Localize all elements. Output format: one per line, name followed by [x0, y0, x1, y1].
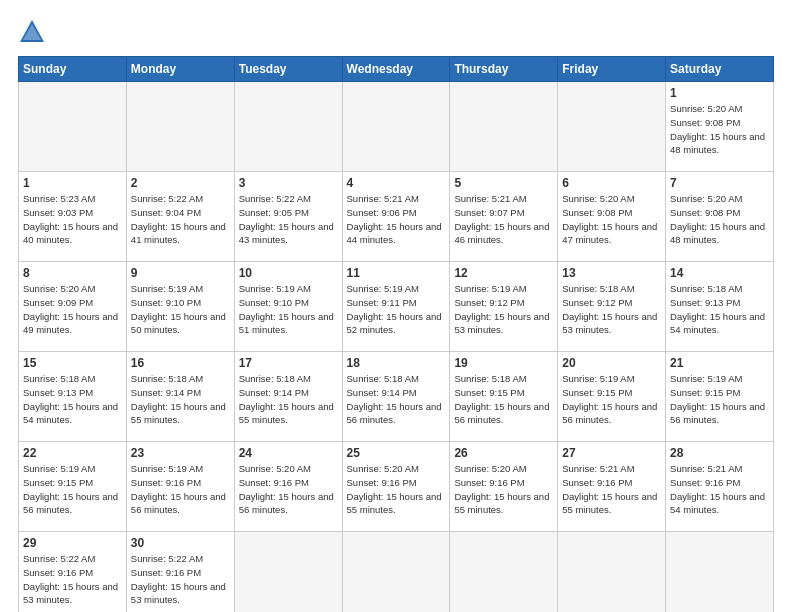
calendar-cell [666, 532, 774, 613]
day-info: Sunrise: 5:18 AMSunset: 9:15 PMDaylight:… [454, 372, 553, 427]
calendar-cell: 6Sunrise: 5:20 AMSunset: 9:08 PMDaylight… [558, 172, 666, 262]
calendar-cell: 11Sunrise: 5:19 AMSunset: 9:11 PMDayligh… [342, 262, 450, 352]
calendar-cell [126, 82, 234, 172]
calendar-cell [450, 82, 558, 172]
day-number: 22 [23, 446, 122, 460]
calendar-week-0: 1Sunrise: 5:20 AMSunset: 9:08 PMDaylight… [19, 82, 774, 172]
header [18, 18, 774, 46]
calendar-cell: 15Sunrise: 5:18 AMSunset: 9:13 PMDayligh… [19, 352, 127, 442]
calendar-cell: 21Sunrise: 5:19 AMSunset: 9:15 PMDayligh… [666, 352, 774, 442]
calendar-header-row: SundayMondayTuesdayWednesdayThursdayFrid… [19, 57, 774, 82]
day-number: 11 [347, 266, 446, 280]
calendar-cell: 23Sunrise: 5:19 AMSunset: 9:16 PMDayligh… [126, 442, 234, 532]
calendar-cell: 17Sunrise: 5:18 AMSunset: 9:14 PMDayligh… [234, 352, 342, 442]
day-number: 26 [454, 446, 553, 460]
day-info: Sunrise: 5:22 AMSunset: 9:16 PMDaylight:… [131, 552, 230, 607]
day-number: 8 [23, 266, 122, 280]
day-number: 9 [131, 266, 230, 280]
calendar-cell: 12Sunrise: 5:19 AMSunset: 9:12 PMDayligh… [450, 262, 558, 352]
day-info: Sunrise: 5:21 AMSunset: 9:07 PMDaylight:… [454, 192, 553, 247]
calendar-week-4: 22Sunrise: 5:19 AMSunset: 9:15 PMDayligh… [19, 442, 774, 532]
calendar-cell: 9Sunrise: 5:19 AMSunset: 9:10 PMDaylight… [126, 262, 234, 352]
calendar-cell [234, 532, 342, 613]
day-number: 14 [670, 266, 769, 280]
day-number: 1 [23, 176, 122, 190]
calendar-cell: 26Sunrise: 5:20 AMSunset: 9:16 PMDayligh… [450, 442, 558, 532]
calendar-cell: 24Sunrise: 5:20 AMSunset: 9:16 PMDayligh… [234, 442, 342, 532]
day-info: Sunrise: 5:18 AMSunset: 9:12 PMDaylight:… [562, 282, 661, 337]
day-info: Sunrise: 5:20 AMSunset: 9:16 PMDaylight:… [347, 462, 446, 517]
calendar-cell [558, 82, 666, 172]
day-number: 13 [562, 266, 661, 280]
day-info: Sunrise: 5:18 AMSunset: 9:13 PMDaylight:… [23, 372, 122, 427]
calendar-cell: 4Sunrise: 5:21 AMSunset: 9:06 PMDaylight… [342, 172, 450, 262]
day-info: Sunrise: 5:19 AMSunset: 9:12 PMDaylight:… [454, 282, 553, 337]
day-info: Sunrise: 5:19 AMSunset: 9:16 PMDaylight:… [131, 462, 230, 517]
day-number: 19 [454, 356, 553, 370]
day-number: 5 [454, 176, 553, 190]
day-info: Sunrise: 5:19 AMSunset: 9:15 PMDaylight:… [670, 372, 769, 427]
calendar-cell: 27Sunrise: 5:21 AMSunset: 9:16 PMDayligh… [558, 442, 666, 532]
day-info: Sunrise: 5:18 AMSunset: 9:13 PMDaylight:… [670, 282, 769, 337]
day-number: 6 [562, 176, 661, 190]
calendar-col-monday: Monday [126, 57, 234, 82]
calendar-cell: 7Sunrise: 5:20 AMSunset: 9:08 PMDaylight… [666, 172, 774, 262]
day-number: 28 [670, 446, 769, 460]
calendar-cell: 29Sunrise: 5:22 AMSunset: 9:16 PMDayligh… [19, 532, 127, 613]
calendar-cell: 28Sunrise: 5:21 AMSunset: 9:16 PMDayligh… [666, 442, 774, 532]
day-info: Sunrise: 5:18 AMSunset: 9:14 PMDaylight:… [347, 372, 446, 427]
calendar-week-3: 15Sunrise: 5:18 AMSunset: 9:13 PMDayligh… [19, 352, 774, 442]
logo-icon [18, 18, 46, 46]
calendar-col-friday: Friday [558, 57, 666, 82]
calendar-cell: 19Sunrise: 5:18 AMSunset: 9:15 PMDayligh… [450, 352, 558, 442]
day-info: Sunrise: 5:21 AMSunset: 9:16 PMDaylight:… [562, 462, 661, 517]
day-info: Sunrise: 5:18 AMSunset: 9:14 PMDaylight:… [239, 372, 338, 427]
day-number: 1 [670, 86, 769, 100]
calendar-cell: 5Sunrise: 5:21 AMSunset: 9:07 PMDaylight… [450, 172, 558, 262]
day-number: 25 [347, 446, 446, 460]
day-info: Sunrise: 5:20 AMSunset: 9:16 PMDaylight:… [239, 462, 338, 517]
calendar-col-sunday: Sunday [19, 57, 127, 82]
calendar-cell: 18Sunrise: 5:18 AMSunset: 9:14 PMDayligh… [342, 352, 450, 442]
calendar-cell: 22Sunrise: 5:19 AMSunset: 9:15 PMDayligh… [19, 442, 127, 532]
logo [18, 18, 50, 46]
day-number: 27 [562, 446, 661, 460]
day-info: Sunrise: 5:19 AMSunset: 9:15 PMDaylight:… [562, 372, 661, 427]
day-info: Sunrise: 5:20 AMSunset: 9:08 PMDaylight:… [670, 192, 769, 247]
day-number: 10 [239, 266, 338, 280]
calendar-cell: 1Sunrise: 5:23 AMSunset: 9:03 PMDaylight… [19, 172, 127, 262]
calendar-col-saturday: Saturday [666, 57, 774, 82]
day-info: Sunrise: 5:19 AMSunset: 9:11 PMDaylight:… [347, 282, 446, 337]
day-info: Sunrise: 5:20 AMSunset: 9:16 PMDaylight:… [454, 462, 553, 517]
calendar-cell [342, 532, 450, 613]
day-info: Sunrise: 5:19 AMSunset: 9:10 PMDaylight:… [131, 282, 230, 337]
calendar-col-tuesday: Tuesday [234, 57, 342, 82]
day-number: 23 [131, 446, 230, 460]
day-info: Sunrise: 5:18 AMSunset: 9:14 PMDaylight:… [131, 372, 230, 427]
day-info: Sunrise: 5:20 AMSunset: 9:09 PMDaylight:… [23, 282, 122, 337]
day-number: 16 [131, 356, 230, 370]
calendar-cell: 13Sunrise: 5:18 AMSunset: 9:12 PMDayligh… [558, 262, 666, 352]
calendar-table: SundayMondayTuesdayWednesdayThursdayFrid… [18, 56, 774, 612]
calendar-week-1: 1Sunrise: 5:23 AMSunset: 9:03 PMDaylight… [19, 172, 774, 262]
day-number: 24 [239, 446, 338, 460]
calendar-cell: 8Sunrise: 5:20 AMSunset: 9:09 PMDaylight… [19, 262, 127, 352]
day-info: Sunrise: 5:22 AMSunset: 9:16 PMDaylight:… [23, 552, 122, 607]
calendar-week-5: 29Sunrise: 5:22 AMSunset: 9:16 PMDayligh… [19, 532, 774, 613]
day-number: 7 [670, 176, 769, 190]
calendar-cell: 10Sunrise: 5:19 AMSunset: 9:10 PMDayligh… [234, 262, 342, 352]
day-number: 3 [239, 176, 338, 190]
day-number: 17 [239, 356, 338, 370]
day-number: 2 [131, 176, 230, 190]
day-info: Sunrise: 5:21 AMSunset: 9:16 PMDaylight:… [670, 462, 769, 517]
calendar-cell: 16Sunrise: 5:18 AMSunset: 9:14 PMDayligh… [126, 352, 234, 442]
day-info: Sunrise: 5:19 AMSunset: 9:15 PMDaylight:… [23, 462, 122, 517]
calendar-cell: 20Sunrise: 5:19 AMSunset: 9:15 PMDayligh… [558, 352, 666, 442]
calendar-cell [19, 82, 127, 172]
day-number: 20 [562, 356, 661, 370]
day-info: Sunrise: 5:20 AMSunset: 9:08 PMDaylight:… [670, 102, 769, 157]
calendar-cell [234, 82, 342, 172]
calendar-cell: 3Sunrise: 5:22 AMSunset: 9:05 PMDaylight… [234, 172, 342, 262]
day-number: 30 [131, 536, 230, 550]
calendar-cell [342, 82, 450, 172]
